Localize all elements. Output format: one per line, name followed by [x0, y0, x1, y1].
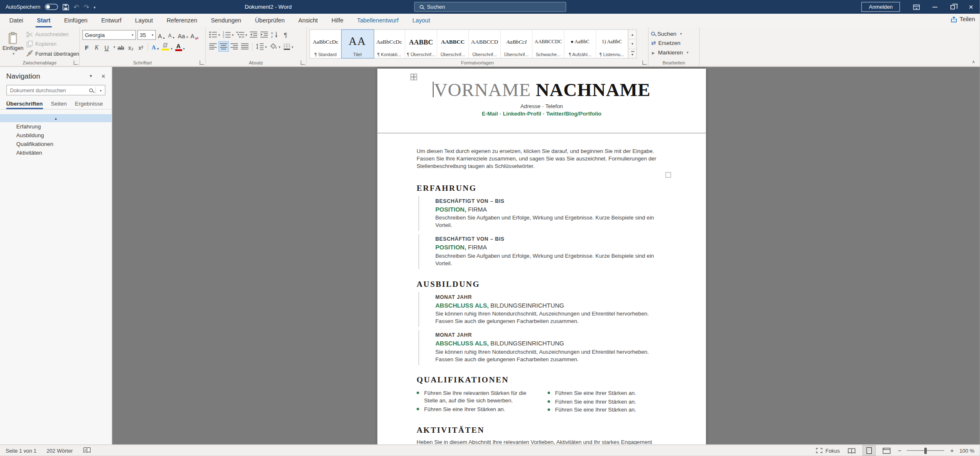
word-count[interactable]: 202 Wörter [47, 447, 73, 454]
undo-icon[interactable]: ↶ [74, 3, 79, 10]
content-control-box[interactable] [666, 172, 671, 178]
style-schwache-hervorhebung[interactable]: AABBCCDC Schwache... [533, 30, 565, 58]
heading-erfahrung[interactable]: ERFAHRUNG [417, 183, 476, 193]
shading-button[interactable]: ▾ [269, 42, 281, 52]
text-effects-button[interactable]: A▾ [151, 42, 160, 52]
bullets-button[interactable]: ▾ [208, 30, 221, 39]
entry-role[interactable]: POSITION, FIRMA [435, 244, 662, 251]
education-entry-1[interactable]: MONAT JAHR ABSCHLUSS ALS, BILDUNGSEINRIC… [419, 293, 662, 327]
strikethrough-button[interactable]: ab [116, 42, 125, 52]
nav-tab-seiten[interactable]: Seiten [51, 101, 67, 109]
font-color-button[interactable]: A▾ [174, 42, 185, 52]
minimize-button[interactable] [926, 0, 944, 14]
grow-font-button[interactable]: A▲ [157, 30, 166, 39]
nav-tab-ueberschriften[interactable]: Überschriften [6, 101, 43, 109]
entry-role[interactable]: ABSCHLUSS ALS, BILDUNGSEINRICHTUNG [435, 302, 662, 309]
entry-dates[interactable]: BESCHÄFTIGT VON – BIS [435, 236, 662, 242]
entry-description[interactable]: Beschreiben Sie Aufgaben und Erfolge, Wi… [435, 253, 655, 267]
find-button[interactable]: Suchen ▾ [651, 30, 697, 38]
navigation-close-icon[interactable]: × [101, 72, 106, 80]
zoom-out-button[interactable]: − [898, 447, 901, 454]
tab-einfuegen[interactable]: Einfügen [57, 14, 94, 27]
align-right-button[interactable] [230, 42, 239, 52]
entry-dates[interactable]: BESCHÄFTIGT VON – BIS [435, 198, 662, 204]
cut-button[interactable]: Ausschneiden [26, 30, 79, 39]
subscript-button[interactable]: x₂ [126, 42, 135, 52]
paste-button[interactable]: Einfügen ▾ [2, 30, 23, 58]
gallery-scroll-up-icon[interactable]: ▲ [629, 30, 636, 39]
italic-button[interactable]: K [92, 42, 101, 52]
style-standard[interactable]: AaBbCcDc ¶ Standard [310, 30, 342, 58]
skill-bullet[interactable]: Führen Sie eine Ihrer Stärken an. [548, 397, 654, 405]
decrease-indent-button[interactable] [249, 30, 259, 39]
title-vorname[interactable]: VORNAME [434, 79, 531, 100]
tab-tabellen-layout[interactable]: Layout [405, 14, 437, 27]
entry-role[interactable]: POSITION, FIRMA [435, 206, 662, 213]
nav-tab-ergebnisse[interactable]: Ergebnisse [75, 101, 103, 109]
heading-qualifikationen[interactable]: QUALIFIKATIONEN [417, 375, 509, 385]
style-ueberschrift-1[interactable]: AABBC ¶ Überschrif... [405, 30, 437, 58]
numbering-button[interactable]: 123 ▾ [222, 30, 235, 39]
nav-heading-aktivitaeten[interactable]: Aktivitäten [0, 148, 112, 157]
tab-hilfe[interactable]: Hilfe [325, 14, 351, 27]
clear-formatting-button[interactable]: A [190, 30, 199, 39]
title-nachname[interactable]: NACHNAME [536, 79, 651, 100]
search-icon[interactable] [89, 88, 93, 92]
styles-dialog-launcher-icon[interactable] [642, 61, 647, 65]
search-box[interactable]: Suchen [414, 2, 566, 12]
restore-button[interactable] [944, 0, 962, 14]
tab-layout[interactable]: Layout [128, 14, 160, 27]
zoom-in-button[interactable]: + [950, 447, 954, 454]
intro-paragraph[interactable]: Um diesen Text durch eigenen zu ersetzen… [417, 147, 665, 170]
document-search-box[interactable]: ▾ [6, 85, 106, 96]
underline-caret-icon[interactable]: ▾ [114, 44, 115, 48]
document-canvas[interactable]: VORNAME NACHNAME Adresse · Telefon E-Mai… [112, 67, 980, 445]
nav-heading-selected[interactable]: ▴ [0, 114, 112, 123]
show-paragraph-marks-button[interactable]: ¶ [281, 30, 290, 39]
activities-paragraph[interactable]: Heben Sie in diesem Abschnitt Ihre relev… [417, 439, 665, 445]
tab-start[interactable]: Start [30, 14, 57, 27]
nav-heading-ausbildung[interactable]: Ausbildung [0, 131, 112, 140]
skills-list[interactable]: Führen Sie Ihre relevanten Stärken für d… [417, 389, 654, 414]
tab-sendungen[interactable]: Sendungen [204, 14, 248, 27]
skill-bullet[interactable]: Führen Sie eine Ihrer Stärken an. [417, 405, 536, 412]
close-button[interactable]: × [962, 0, 980, 14]
ribbon-display-options-icon[interactable] [908, 0, 926, 14]
entry-dates[interactable]: MONAT JAHR [435, 294, 662, 300]
paragraph-dialog-launcher-icon[interactable] [301, 61, 305, 65]
skill-bullet[interactable]: Führen Sie eine Ihrer Stärken an. [548, 389, 654, 397]
style-ueberschrift-2[interactable]: AABBCC Überschrif... [437, 30, 469, 58]
zoom-slider-thumb[interactable] [925, 447, 927, 454]
document-title[interactable]: VORNAME NACHNAME [378, 79, 706, 101]
page[interactable]: VORNAME NACHNAME Adresse · Telefon E-Mai… [378, 69, 706, 445]
align-left-button[interactable] [208, 42, 218, 52]
heading-aktivitaeten[interactable]: AKTIVITÄTEN [417, 425, 484, 435]
redo-icon[interactable]: ↷ [84, 3, 89, 10]
collapse-ribbon-icon[interactable]: ∧ [972, 59, 975, 64]
gallery-more-icon[interactable]: ▼ [629, 49, 636, 58]
multilevel-list-button[interactable]: ▾ [235, 30, 248, 39]
tab-ueberpruefen[interactable]: Überprüfen [248, 14, 291, 27]
underline-button[interactable]: U [102, 42, 111, 52]
bold-button[interactable]: F [82, 42, 91, 52]
experience-entry-1[interactable]: BESCHÄFTIGT VON – BIS POSITION, FIRMA Be… [419, 197, 662, 231]
gallery-scroll-down-icon[interactable]: ▼ [629, 39, 636, 49]
quick-access-caret-icon[interactable]: ▾ [94, 5, 96, 9]
select-button[interactable]: ► Markieren ▾ [651, 48, 697, 57]
share-button[interactable]: Teilen [950, 16, 975, 23]
style-aufzaehlung[interactable]: ● AaBbC ¶ Aufzähl... [565, 30, 597, 58]
format-painter-button[interactable]: Format übertragen [26, 49, 79, 58]
tab-ansicht[interactable]: Ansicht [291, 14, 325, 27]
font-dialog-launcher-icon[interactable] [200, 61, 204, 65]
contact-line[interactable]: Adresse · Telefon [378, 103, 706, 109]
page-count[interactable]: Seite 1 von 1 [6, 447, 37, 454]
skill-bullet[interactable]: Führen Sie eine Ihrer Stärken an. [548, 406, 654, 414]
change-case-button[interactable]: Aa▾ [177, 30, 189, 39]
copy-button[interactable]: Kopieren [26, 39, 79, 48]
font-family-select[interactable]: Georgia▾ [82, 30, 136, 39]
experience-entry-2[interactable]: BESCHÄFTIGT VON – BIS POSITION, FIRMA Be… [419, 234, 662, 269]
style-ueberschrift-4[interactable]: AaBbCcI Überschrif... [501, 30, 533, 58]
superscript-button[interactable]: x² [136, 42, 145, 52]
font-size-select[interactable]: 35▾ [137, 30, 156, 39]
tab-datei[interactable]: Datei [2, 14, 30, 27]
